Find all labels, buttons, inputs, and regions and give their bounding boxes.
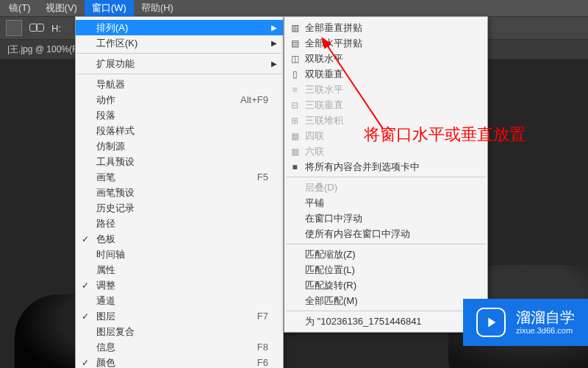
menu-item-label: 工具预设 bbox=[96, 155, 268, 169]
menu-separator bbox=[77, 53, 282, 54]
menu-item-label: 调整 bbox=[96, 279, 268, 292]
arrange-menu-item[interactable]: 匹配缩放(Z) bbox=[284, 247, 487, 262]
menu-item-label: 匹配旋转(R) bbox=[305, 279, 473, 292]
menu-item-label: 匹配位置(L) bbox=[305, 263, 473, 277]
menu-item-label: 排列(A) bbox=[96, 21, 268, 35]
layout-glyph-icon: ⊟ bbox=[289, 100, 301, 110]
window-menu-item[interactable]: 仿制源 bbox=[76, 138, 283, 154]
window-menu-item[interactable]: ✓图层F7 bbox=[76, 308, 283, 324]
arrange-menu-item: ⊟三联垂直 bbox=[284, 97, 487, 113]
menu-item-label: 颜色 bbox=[96, 356, 228, 369]
arrange-menu-item[interactable]: 匹配位置(L) bbox=[284, 262, 487, 277]
arrange-menu-item[interactable]: ▥全部垂直拼贴 bbox=[284, 20, 487, 35]
arrange-menu-item[interactable]: 匹配旋转(R) bbox=[284, 277, 487, 293]
window-menu-item[interactable]: 通道 bbox=[76, 293, 283, 308]
window-menu-item[interactable]: 画笔F5 bbox=[76, 169, 283, 185]
window-menu-item[interactable]: 画笔预设 bbox=[76, 185, 283, 200]
menu-item-label: 图层复合 bbox=[96, 325, 268, 339]
window-menu-item[interactable]: 工具预设 bbox=[76, 154, 283, 169]
layout-glyph-icon: ▦ bbox=[289, 146, 301, 157]
menu-item-label: 双联水平 bbox=[305, 52, 473, 66]
menu-item-label: 全部匹配(M) bbox=[305, 294, 473, 308]
check-icon: ✓ bbox=[82, 280, 89, 291]
brand-title: 溜溜自学 bbox=[516, 308, 575, 326]
menu-item-label: 画笔 bbox=[96, 171, 228, 184]
document-tab[interactable]: |王.jpg @ 100%(R bbox=[0, 40, 86, 59]
window-menu-dropdown: 排列(A)▶工作区(K)▶扩展功能▶导航器动作Alt+F9段落段落样式仿制源工具… bbox=[75, 16, 284, 368]
menu-item-label: 时间轴 bbox=[96, 248, 268, 261]
arrange-menu-item[interactable]: 为 "10236136_1751446841 bbox=[284, 314, 487, 329]
arrange-menu-item: ▦四联 bbox=[284, 128, 487, 144]
brand-logo-icon bbox=[476, 308, 506, 337]
arrange-menu-item[interactable]: ▯双联垂直 bbox=[284, 66, 487, 82]
window-menu-item[interactable]: 段落样式 bbox=[76, 123, 283, 138]
layout-glyph-icon: ≡ bbox=[289, 85, 301, 95]
window-menu-item[interactable]: ✓色板 bbox=[76, 231, 283, 247]
window-menu-item[interactable]: 动作Alt+F9 bbox=[76, 92, 283, 107]
menu-item-label: 匹配缩放(Z) bbox=[305, 248, 473, 261]
menu-item-shortcut: F6 bbox=[257, 357, 268, 368]
menu-item-shortcut: F8 bbox=[257, 342, 268, 353]
menu-item-label: 层叠(D) bbox=[305, 181, 473, 194]
arrange-submenu: ▥全部垂直拼贴▤全部水平拼贴◫双联水平▯双联垂直≡三联水平⊟三联垂直⊞三联堆积▦… bbox=[284, 16, 488, 333]
menu-item-label: 平铺 bbox=[305, 197, 473, 210]
menu-item-label: 色板 bbox=[96, 233, 268, 246]
menu-item-label: 为 "10236136_1751446841 bbox=[305, 315, 473, 328]
window-menu-item[interactable]: 路径 bbox=[76, 216, 283, 231]
menu-item-shortcut: Alt+F9 bbox=[240, 94, 268, 105]
arrange-menu-item[interactable]: 平铺 bbox=[284, 195, 487, 210]
check-icon: ✓ bbox=[82, 311, 89, 322]
menu-item-label: 动作 bbox=[96, 93, 211, 107]
arrange-menu-item[interactable]: ▤全部水平拼贴 bbox=[284, 35, 487, 51]
menu-item-label: 六联 bbox=[305, 145, 473, 158]
window-menu-item[interactable]: 属性 bbox=[76, 262, 283, 277]
menu-separator bbox=[77, 74, 282, 74]
menu-view[interactable]: 视图(V) bbox=[38, 0, 85, 16]
menu-item-shortcut: F5 bbox=[257, 171, 268, 183]
menu-item-shortcut: F7 bbox=[257, 311, 268, 322]
window-menu-item[interactable]: 排列(A)▶ bbox=[76, 20, 283, 35]
submenu-arrow-icon: ▶ bbox=[271, 24, 277, 32]
layout-glyph-icon: ⊞ bbox=[289, 116, 301, 126]
arrange-menu-item[interactable]: ■将所有内容合并到选项卡中 bbox=[284, 159, 487, 174]
layout-glyph-icon: ▯ bbox=[289, 69, 301, 79]
window-menu-item[interactable]: ✓颜色F6 bbox=[76, 355, 283, 368]
arrange-menu-item: 层叠(D) bbox=[284, 180, 487, 195]
link-icon[interactable] bbox=[29, 24, 44, 32]
menu-window[interactable]: 窗口(W) bbox=[85, 0, 134, 16]
layout-glyph-icon: ▥ bbox=[289, 23, 301, 33]
menu-item-label: 画笔预设 bbox=[96, 186, 268, 199]
menu-separator bbox=[286, 177, 486, 177]
menu-item-label: 信息 bbox=[96, 341, 228, 354]
current-tool-icon bbox=[6, 20, 22, 36]
window-menu-item[interactable]: 段落 bbox=[76, 107, 283, 123]
arrange-menu-item[interactable]: 全部匹配(M) bbox=[284, 293, 487, 308]
brand-badge: 溜溜自学 zixue.3d66.com bbox=[463, 299, 588, 346]
window-menu-item[interactable]: 时间轴 bbox=[76, 247, 283, 262]
arrange-menu-item[interactable]: 在窗口中浮动 bbox=[284, 210, 487, 226]
menu-item-label: 图层 bbox=[96, 310, 228, 323]
window-menu-item[interactable]: 工作区(K)▶ bbox=[76, 35, 283, 51]
menu-item-label: 属性 bbox=[96, 263, 268, 277]
menu-item-label: 三联水平 bbox=[305, 83, 473, 96]
submenu-arrow-icon: ▶ bbox=[271, 39, 277, 47]
window-menu-item[interactable]: 导航器 bbox=[76, 77, 283, 92]
menu-item-label: 三联垂直 bbox=[305, 99, 473, 112]
menu-item-label: 全部水平拼贴 bbox=[305, 37, 473, 50]
menu-item-label: 三联堆积 bbox=[305, 114, 473, 127]
window-menu-item[interactable]: 历史记录 bbox=[76, 200, 283, 216]
menu-filter[interactable]: 镜(T) bbox=[1, 0, 38, 16]
check-icon: ✓ bbox=[82, 358, 89, 368]
window-menu-item[interactable]: 扩展功能▶ bbox=[76, 56, 283, 71]
window-menu-item[interactable]: 信息F8 bbox=[76, 339, 283, 355]
arrange-menu-item[interactable]: 使所有内容在窗口中浮动 bbox=[284, 226, 487, 241]
arrange-menu-item[interactable]: ◫双联水平 bbox=[284, 51, 487, 66]
height-label: H: bbox=[51, 23, 61, 34]
window-menu-item[interactable]: ✓调整 bbox=[76, 277, 283, 293]
menu-item-label: 将所有内容合并到选项卡中 bbox=[305, 160, 473, 174]
arrange-menu-item: ▦六联 bbox=[284, 144, 487, 159]
menu-help[interactable]: 帮助(H) bbox=[134, 0, 181, 16]
window-menu-item[interactable]: 图层复合 bbox=[76, 324, 283, 339]
menu-item-label: 扩展功能 bbox=[96, 57, 268, 71]
menu-item-label: 四联 bbox=[305, 130, 473, 143]
